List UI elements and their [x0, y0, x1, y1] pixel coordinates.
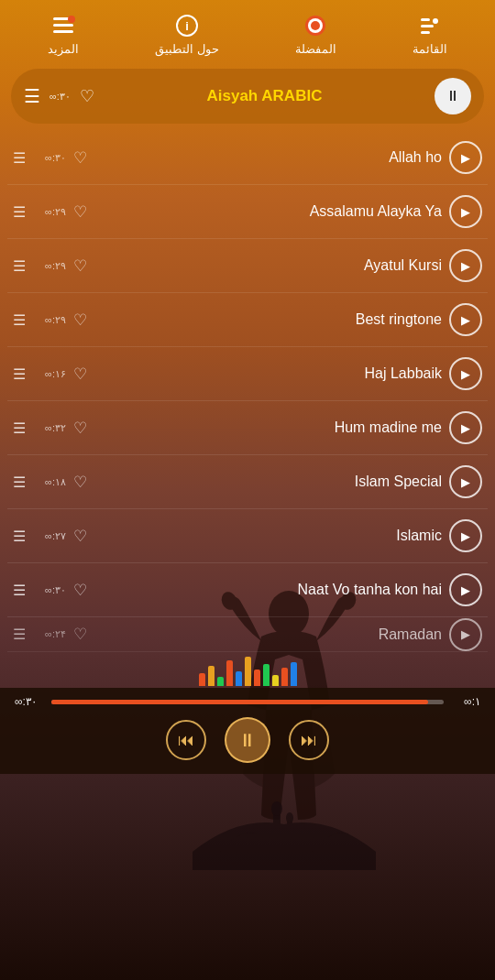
song-menu-icon[interactable]: ☰	[13, 474, 33, 491]
play-pause-button[interactable]: ⏸	[225, 717, 270, 763]
favorites-icon	[302, 13, 328, 38]
pause-icon: ⏸	[446, 88, 460, 104]
svg-rect-5	[287, 820, 292, 852]
song-heart-icon[interactable]: ♡	[73, 473, 92, 492]
now-playing-title: Aisyah ARABIC	[104, 87, 425, 105]
song-time: ∞:۳۰	[40, 152, 66, 164]
song-menu-icon[interactable]: ☰	[13, 528, 33, 545]
song-heart-icon[interactable]: ♡	[73, 365, 92, 384]
song-item: ☰ ∞:۲۹ ♡ Assalamu Alayka Ya ▶	[7, 185, 488, 239]
song-title: Ramadan	[99, 626, 442, 643]
song-time: ∞:۲۹	[40, 206, 66, 218]
nav-favorites-label: المفضلة	[295, 42, 336, 56]
song-play-button[interactable]: ▶	[449, 618, 482, 651]
play-icon: ▶	[461, 421, 470, 435]
song-heart-icon[interactable]: ♡	[73, 625, 92, 644]
song-heart-icon[interactable]: ♡	[73, 581, 92, 600]
play-icon: ▶	[461, 151, 470, 165]
song-heart-icon[interactable]: ♡	[73, 202, 92, 222]
progress-row: ∞:۳۰ ∞:۱	[15, 695, 480, 708]
play-icon: ▶	[461, 627, 470, 641]
song-time: ∞:۲۹	[40, 260, 66, 272]
song-item: ☰ ∞:۱۸ ♡ Islam Special ▶	[7, 455, 488, 509]
svg-point-6	[286, 812, 293, 823]
play-icon: ▶	[461, 583, 470, 597]
nav-more-label: المزيد	[48, 42, 79, 56]
song-item: ☰ ∞:۳۰ ♡ Naat Vo tanha kon hai ▶	[7, 563, 488, 617]
queue-icon	[417, 13, 443, 38]
now-playing-time: ∞:۳۰	[50, 91, 71, 103]
next-button[interactable]: ⏭	[289, 720, 329, 760]
top-nav: المزيد i حول التطبيق المفضلة	[0, 0, 495, 65]
eq-bar	[208, 666, 214, 686]
eq-bar	[226, 660, 233, 686]
svg-rect-9	[53, 30, 73, 33]
play-icon: ▶	[461, 529, 470, 543]
song-play-button[interactable]: ▶	[449, 519, 482, 552]
song-heart-icon[interactable]: ♡	[73, 419, 92, 438]
nav-about-label: حول التطبيق	[155, 42, 219, 56]
prev-button[interactable]: ⏮	[166, 720, 206, 760]
play-icon: ▶	[461, 475, 470, 489]
song-title: Assalamu Alayka Ya	[99, 203, 442, 220]
nav-item-queue[interactable]: القائمة	[412, 13, 447, 56]
song-menu-icon[interactable]: ☰	[13, 203, 33, 221]
song-item: ☰ ∞:۲۹ ♡ Ayatul Kursi ▶	[7, 239, 488, 293]
eq-bar	[281, 668, 288, 686]
svg-point-15	[311, 21, 320, 30]
song-menu-icon[interactable]: ☰	[13, 311, 33, 329]
song-play-button[interactable]: ▶	[449, 141, 482, 174]
song-heart-icon[interactable]: ♡	[73, 148, 92, 168]
now-playing-pause-button[interactable]: ⏸	[434, 78, 471, 114]
song-title: Allah ho	[99, 149, 442, 166]
song-list: ☰ ∞:۳۰ ♡ Allah ho ▶ ☰ ∞:۲۹ ♡ Assalamu Al…	[0, 131, 495, 652]
progress-bar-container[interactable]	[51, 700, 444, 704]
play-icon: ▶	[461, 367, 470, 381]
song-time: ∞:۲۹	[40, 314, 66, 326]
now-playing-menu[interactable]: ☰	[24, 87, 40, 105]
eq-bar	[236, 671, 242, 686]
song-heart-icon[interactable]: ♡	[73, 527, 92, 546]
song-menu-icon[interactable]: ☰	[13, 626, 33, 643]
song-heart-icon[interactable]: ♡	[73, 256, 92, 276]
song-item: ☰ ∞:۳۲ ♡ Hum madine me ▶	[7, 401, 488, 455]
song-time: ∞:۱۶	[40, 368, 66, 380]
song-item: ☰ ∞:۲۹ ♡ Best ringtone ▶	[7, 293, 488, 347]
nav-queue-label: القائمة	[412, 42, 447, 56]
song-menu-icon[interactable]: ☰	[13, 419, 33, 437]
nav-item-more[interactable]: المزيد	[48, 13, 79, 56]
song-title: Islam Special	[99, 474, 442, 490]
equalizer-bars	[0, 654, 495, 686]
bottom-player: ∞:۳۰ ∞:۱ ⏮ ⏸ ⏭	[0, 688, 495, 774]
svg-text:i: i	[185, 19, 189, 33]
song-item: ☰ ∞:۳۰ ♡ Allah ho ▶	[7, 131, 488, 185]
song-play-button[interactable]: ▶	[449, 357, 482, 390]
song-menu-icon[interactable]: ☰	[13, 582, 33, 599]
song-play-button[interactable]: ▶	[449, 303, 482, 336]
svg-rect-18	[421, 31, 430, 34]
song-title: Best ringtone	[99, 311, 442, 328]
now-playing-heart[interactable]: ♡	[80, 86, 94, 106]
song-menu-icon[interactable]: ☰	[13, 149, 33, 167]
song-heart-icon[interactable]: ♡	[73, 310, 92, 330]
song-play-button[interactable]: ▶	[449, 249, 482, 282]
song-time: ∞:۳۰	[40, 584, 66, 596]
nav-item-favorites[interactable]: المفضلة	[295, 13, 336, 56]
song-time: ∞:۲۴	[40, 628, 66, 640]
more-icon	[50, 13, 76, 38]
song-menu-icon[interactable]: ☰	[13, 365, 33, 383]
remaining-time: ∞:۱	[451, 695, 480, 708]
song-menu-icon[interactable]: ☰	[13, 257, 33, 275]
song-play-button[interactable]: ▶	[449, 573, 482, 606]
song-play-button[interactable]: ▶	[449, 195, 482, 228]
nav-item-about[interactable]: i حول التطبيق	[155, 13, 219, 56]
song-title: Hum madine me	[99, 419, 442, 436]
song-play-button[interactable]: ▶	[449, 465, 482, 498]
eq-bar	[272, 675, 279, 686]
song-play-button[interactable]: ▶	[449, 411, 482, 444]
song-time: ∞:۳۲	[40, 422, 66, 434]
svg-rect-10	[68, 16, 75, 23]
song-title: Haj Labbaik	[99, 365, 442, 382]
play-pause-icon: ⏸	[238, 730, 257, 751]
svg-rect-16	[421, 18, 430, 21]
